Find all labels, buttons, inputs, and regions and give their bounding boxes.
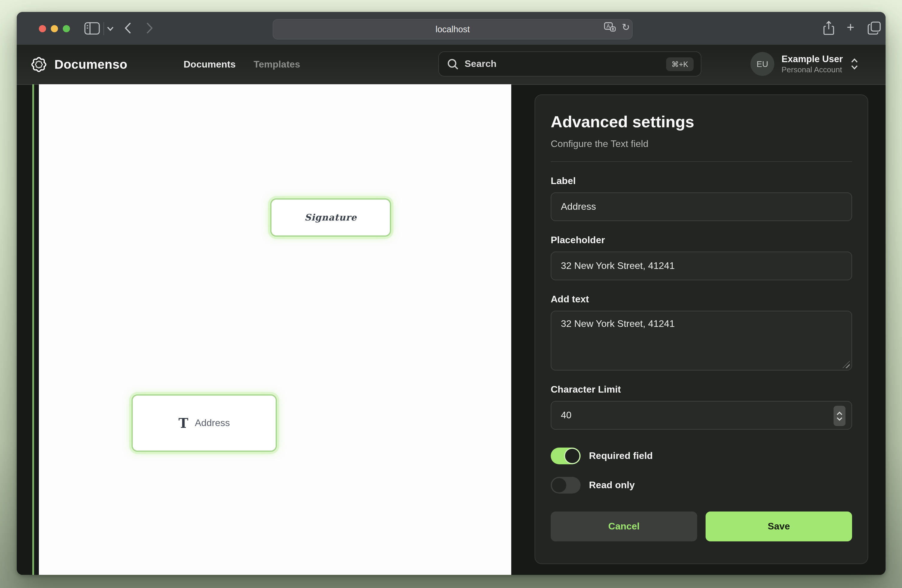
back-button[interactable] (124, 22, 132, 34)
browser-window: localhost A ↻ + (17, 12, 886, 575)
search-shortcut-badge: ⌘+K (666, 57, 694, 71)
reload-icon[interactable]: ↻ (622, 23, 630, 32)
label-field-label: Label (551, 176, 852, 186)
app-header: Documenso Documents Templates Search ⌘+K… (17, 45, 886, 85)
search-placeholder: Search (465, 59, 666, 69)
brand-name: Documenso (55, 57, 127, 72)
new-tab-icon[interactable]: + (847, 20, 855, 35)
address-bar-url: localhost (435, 24, 470, 34)
text-type-icon: T (179, 416, 188, 430)
tabs-overview-icon[interactable] (868, 22, 881, 34)
user-menu[interactable]: EU Example User Personal Account (750, 52, 858, 76)
minimize-button[interactable] (51, 25, 58, 32)
chevrons-up-down-icon (850, 58, 858, 70)
documenso-logo-icon (31, 57, 47, 72)
add-text-field-label: Add text (551, 294, 852, 305)
avatar: EU (750, 52, 774, 76)
character-limit-input[interactable] (551, 410, 852, 421)
signature-field[interactable]: Signature (270, 199, 391, 237)
page-accent-line (32, 84, 34, 575)
documenso-app: Documenso Documents Templates Search ⌘+K… (17, 45, 886, 575)
maximize-button[interactable] (63, 25, 70, 32)
share-icon[interactable] (824, 21, 834, 35)
read-only-toggle[interactable] (551, 477, 581, 494)
text-field-address[interactable]: T Address (132, 394, 277, 452)
placeholder-input[interactable] (551, 252, 852, 280)
placeholder-field-label: Placeholder (551, 235, 852, 246)
search-icon (447, 58, 459, 70)
toggle-knob (552, 478, 566, 493)
main-content: Signature T Address Advanced settings Co… (17, 84, 886, 575)
stepper-up-icon (836, 411, 842, 415)
required-field-label: Required field (589, 450, 653, 461)
character-limit-label: Character Limit (551, 384, 852, 395)
character-limit-field (551, 401, 852, 430)
address-bar[interactable]: localhost (272, 19, 633, 39)
panel-title: Advanced settings (551, 113, 852, 131)
forward-button (146, 22, 153, 34)
sidebar-icon[interactable] (84, 22, 100, 34)
close-button[interactable] (39, 25, 46, 32)
translate-icon[interactable]: A (604, 22, 616, 33)
advanced-settings-panel: Advanced settings Configure the Text fie… (534, 94, 868, 564)
toggle-knob (565, 449, 579, 463)
signature-field-label: Signature (305, 212, 357, 223)
panel-subtitle: Configure the Text field (551, 139, 852, 149)
user-info: Example User Personal Account (781, 53, 843, 74)
document-page: Signature T Address (39, 84, 511, 575)
main-nav: Documents Templates (183, 45, 300, 84)
required-field-toggle[interactable] (551, 447, 581, 464)
save-button[interactable]: Save (706, 511, 852, 541)
brand[interactable]: Documenso (31, 57, 127, 72)
nav-templates[interactable]: Templates (254, 59, 300, 70)
nav-documents[interactable]: Documents (183, 59, 236, 70)
label-input[interactable] (551, 192, 852, 221)
number-stepper[interactable] (833, 406, 846, 426)
browser-toolbar: localhost A ↻ + (17, 12, 886, 45)
search-input[interactable]: Search ⌘+K (438, 52, 702, 77)
toolbar-divider (103, 22, 104, 35)
cancel-button[interactable]: Cancel (551, 511, 697, 541)
user-name: Example User (781, 53, 843, 65)
svg-text:A: A (606, 23, 610, 29)
divider (551, 161, 852, 162)
text-field-label: Address (195, 418, 230, 428)
traffic-lights (39, 25, 70, 32)
add-text-textarea[interactable]: 32 New York Street, 41241 (551, 311, 852, 371)
stepper-down-icon (836, 417, 842, 421)
desktop: localhost A ↻ + (0, 0, 902, 588)
chevron-down-icon[interactable] (107, 26, 114, 31)
user-account-type: Personal Account (781, 65, 843, 75)
read-only-label: Read only (589, 480, 635, 491)
